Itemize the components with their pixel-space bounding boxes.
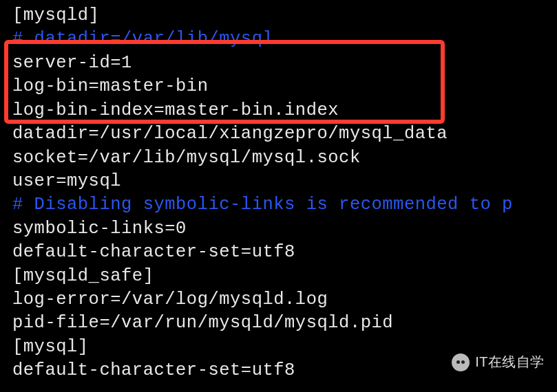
config-line: server-id=1 <box>12 52 557 75</box>
config-line: symbolic-links=0 <box>12 217 557 241</box>
terminal-output: [mysqld]# datadir=/var/lib/mysqlserver-i… <box>12 4 557 383</box>
config-line: pid-file=/var/run/mysqld/mysqld.pid <box>12 312 557 335</box>
watermark: IT在线自学 <box>452 353 545 371</box>
wechat-icon <box>452 353 470 371</box>
config-line: log-bin=master-bin <box>12 75 557 98</box>
config-line: user=mysql <box>12 170 557 193</box>
config-line: log-error=/var/log/mysqld.log <box>12 288 557 312</box>
config-line: # datadir=/var/lib/mysql <box>12 28 557 51</box>
config-line: # Disabling symbolic-links is recommende… <box>12 193 557 217</box>
config-line: datadir=/usr/local/xiangzepro/mysql_data <box>12 122 557 146</box>
watermark-label: IT在线自学 <box>475 353 545 371</box>
config-line: socket=/var/lib/mysql/mysql.sock <box>12 146 557 170</box>
config-line: log-bin-index=master-bin.index <box>12 99 557 122</box>
config-line: [mysqld] <box>12 4 557 28</box>
config-line: default-character-set=utf8 <box>12 241 557 264</box>
config-line: [mysqld_safe] <box>12 265 557 288</box>
